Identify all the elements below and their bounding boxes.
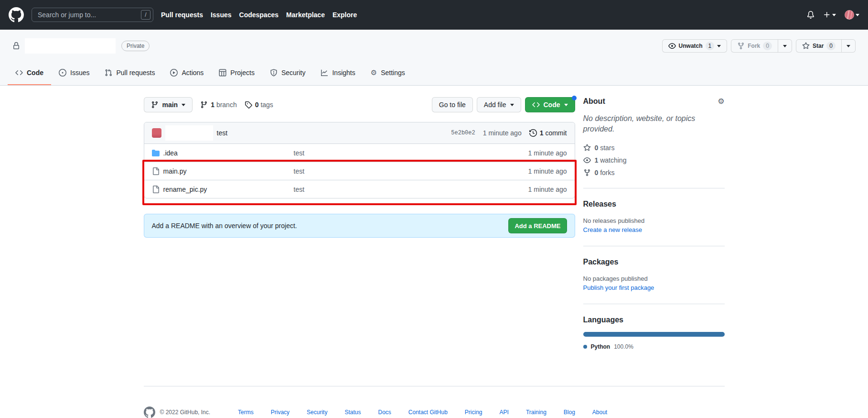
- chevron-down-icon: [564, 104, 568, 106]
- forks-stat[interactable]: 0 forks: [583, 169, 725, 176]
- code-icon: [15, 69, 23, 77]
- fork-dropdown-button[interactable]: [778, 39, 792, 53]
- github-logo-icon[interactable]: [9, 7, 24, 22]
- chevron-down-icon: [847, 45, 850, 47]
- branch-icon: [151, 101, 159, 109]
- page-footer: © 2022 GitHub, Inc. Terms Privacy Securi…: [144, 386, 725, 418]
- tab-code[interactable]: Code: [8, 61, 51, 85]
- gear-icon[interactable]: ⚙: [718, 98, 724, 105]
- footer-links: Terms Privacy Security Status Docs Conta…: [238, 409, 607, 416]
- file-commit-time-link[interactable]: 1 minute ago: [505, 167, 567, 175]
- nav-marketplace[interactable]: Marketplace: [286, 11, 325, 19]
- footer-link-docs[interactable]: Docs: [378, 409, 391, 416]
- footer-link-terms[interactable]: Terms: [238, 409, 254, 416]
- readme-prompt-text: Add a README with an overview of your pr…: [152, 222, 297, 230]
- gear-icon: ⚙: [371, 69, 377, 77]
- file-commit-message-link[interactable]: test: [294, 149, 501, 157]
- tab-security[interactable]: Security: [262, 61, 313, 85]
- footer-link-api[interactable]: API: [500, 409, 509, 416]
- table-icon: [219, 69, 226, 77]
- file-icon: [152, 167, 160, 175]
- tab-pull-requests[interactable]: Pull requests: [97, 61, 162, 85]
- redacted-author-name: [165, 125, 213, 141]
- fork-icon: [583, 169, 591, 176]
- footer-link-privacy[interactable]: Privacy: [271, 409, 289, 416]
- fork-button[interactable]: Fork 0: [731, 39, 778, 53]
- packages-section: Packages No packages published Publish y…: [583, 246, 725, 304]
- nav-pull-requests[interactable]: Pull requests: [161, 11, 203, 19]
- create-new-dropdown[interactable]: [823, 11, 836, 19]
- footer-link-status[interactable]: Status: [344, 409, 361, 416]
- file-row: rename_pic.py test 1 minute ago: [144, 180, 575, 198]
- branch-selector-button[interactable]: main: [144, 97, 193, 112]
- add-readme-button[interactable]: Add a README: [508, 218, 567, 233]
- releases-title: Releases: [583, 200, 616, 209]
- search-input[interactable]: [32, 8, 153, 22]
- publish-package-link[interactable]: Publish your first package: [583, 283, 654, 292]
- language-item[interactable]: Python 100.0%: [583, 343, 725, 350]
- play-icon: [170, 69, 178, 77]
- history-icon: [529, 129, 537, 137]
- commit-time: 1 minute ago: [483, 129, 522, 137]
- star-count: 0: [826, 42, 836, 50]
- branches-link[interactable]: 1 branch: [200, 101, 237, 109]
- commit-sha-link[interactable]: 5e2b0e2: [451, 130, 475, 136]
- code-button[interactable]: Code: [525, 97, 575, 112]
- about-description: No description, website, or topics provi…: [583, 113, 725, 134]
- folder-icon: [152, 149, 160, 157]
- star-dropdown-button[interactable]: [842, 39, 856, 53]
- footer-github-logo[interactable]: © 2022 GitHub, Inc.: [144, 407, 211, 418]
- tab-issues[interactable]: Issues: [51, 61, 97, 85]
- add-file-button[interactable]: Add file: [477, 97, 521, 112]
- stars-stat[interactable]: 0 stars: [583, 144, 725, 152]
- star-icon: [583, 144, 591, 152]
- create-release-link[interactable]: Create a new release: [583, 225, 643, 234]
- file-toolbar: main 1 branch 0 tags Go to file Add file: [144, 97, 575, 112]
- footer-link-contact[interactable]: Contact GitHub: [408, 409, 448, 416]
- user-menu[interactable]: [845, 10, 859, 20]
- nav-issues[interactable]: Issues: [211, 11, 232, 19]
- footer-link-pricing[interactable]: Pricing: [465, 409, 482, 416]
- go-to-file-button[interactable]: Go to file: [432, 97, 473, 112]
- branch-icon: [200, 101, 208, 109]
- repo-sidebar: About ⚙ No description, website, or topi…: [583, 97, 725, 362]
- about-title: About: [583, 97, 605, 106]
- file-name-link[interactable]: .idea: [163, 149, 290, 157]
- file-commit-message-link[interactable]: test: [294, 186, 501, 193]
- commit-author-avatar[interactable]: [152, 128, 161, 138]
- star-button[interactable]: Star 0: [796, 39, 842, 53]
- commit-history-link[interactable]: 1 commit: [529, 129, 567, 137]
- file-commit-message-link[interactable]: test: [294, 167, 501, 175]
- tab-actions[interactable]: Actions: [162, 61, 211, 85]
- fork-button-group: Fork 0: [731, 39, 792, 53]
- footer-link-blog[interactable]: Blog: [564, 409, 575, 416]
- footer-link-security[interactable]: Security: [307, 409, 327, 416]
- unwatch-button[interactable]: Unwatch 1: [662, 39, 728, 53]
- file-commit-time-link[interactable]: 1 minute ago: [505, 149, 567, 157]
- watch-count: 1: [706, 42, 715, 50]
- top-navigation-bar: / Pull requests Issues Codespaces Market…: [0, 0, 868, 30]
- notifications-bell-icon[interactable]: [807, 11, 814, 19]
- file-name-link[interactable]: main.py: [163, 167, 290, 175]
- nav-explore[interactable]: Explore: [332, 11, 357, 19]
- tags-link[interactable]: 0 tags: [245, 101, 273, 109]
- nav-codespaces[interactable]: Codespaces: [239, 11, 279, 19]
- packages-empty-text: No packages published: [583, 274, 725, 283]
- slash-shortcut-key: /: [141, 10, 150, 20]
- language-bar[interactable]: [583, 332, 725, 337]
- eye-icon: [668, 42, 676, 50]
- footer-link-about[interactable]: About: [592, 409, 607, 416]
- tab-settings[interactable]: ⚙ Settings: [363, 61, 413, 85]
- visibility-badge: Private: [121, 41, 150, 51]
- watching-stat[interactable]: 1 watching: [583, 156, 725, 164]
- fork-count: 0: [763, 42, 772, 50]
- footer-link-training[interactable]: Training: [526, 409, 547, 416]
- file-name-link[interactable]: rename_pic.py: [163, 186, 290, 193]
- commit-message-link[interactable]: test: [217, 129, 228, 137]
- repo-tab-nav: Code Issues Pull requests Actions Projec…: [0, 61, 868, 85]
- chevron-down-icon: [717, 45, 721, 47]
- tab-projects[interactable]: Projects: [211, 61, 262, 85]
- tab-insights[interactable]: Insights: [313, 61, 363, 85]
- languages-title: Languages: [583, 316, 623, 324]
- file-commit-time-link[interactable]: 1 minute ago: [505, 186, 567, 193]
